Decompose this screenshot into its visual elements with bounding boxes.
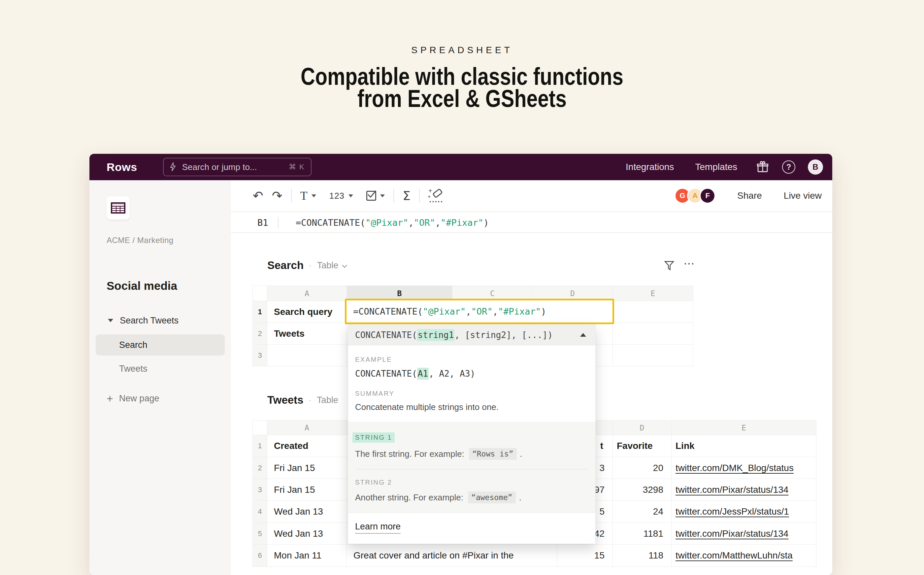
collapse-triangle-icon[interactable] xyxy=(580,333,586,337)
cell-e3[interactable] xyxy=(613,345,693,366)
nav-integrations[interactable]: Integrations xyxy=(626,162,674,172)
toolbar-right: G A F Share Live view xyxy=(675,188,832,204)
cell-link[interactable]: twitter.com/Pixar/status/134 xyxy=(672,523,816,545)
cell-created[interactable]: Fri Jan 15 xyxy=(267,479,347,501)
function-details: EXAMPLE CONCATENATE(A1, A2, A3) SUMMARY … xyxy=(348,345,595,422)
new-page-label: New page xyxy=(119,394,159,404)
cell-favorite[interactable]: 3298 xyxy=(613,479,672,501)
clear-formatting-button[interactable]: + + xyxy=(428,189,443,203)
function-autocomplete-popup: CONCATENATE(string1, [string2], [...]) E… xyxy=(348,324,596,544)
filter-button[interactable] xyxy=(664,260,675,271)
cell-created[interactable]: Mon Jan 11 xyxy=(267,545,347,567)
formula-text[interactable]: =CONCATENATE("@Pixar","OR","#Pixar") xyxy=(296,218,489,228)
header-nav: Integrations Templates xyxy=(626,162,737,172)
column-header-e[interactable]: E xyxy=(613,286,693,301)
column-header-a[interactable]: A xyxy=(267,286,347,301)
cell-link[interactable]: twitter.com/MatthewLuhn/sta xyxy=(672,545,816,567)
summary-text: Concatenate multiple strings into one. xyxy=(355,402,588,412)
cell-favorite[interactable]: 20 xyxy=(613,457,672,479)
function-signature-row[interactable]: CONCATENATE(string1, [string2], [...]) xyxy=(348,325,595,345)
cell-text[interactable]: Great cover and article on #Pixar in the xyxy=(347,545,557,567)
cell-favorite[interactable]: 118 xyxy=(613,545,672,567)
view-type-selector[interactable]: Table xyxy=(317,260,339,271)
hero-title-line1: Compatible with classic functions xyxy=(83,65,841,87)
cell-favorite[interactable]: 1181 xyxy=(613,523,672,545)
sidebar-group-search-tweets[interactable]: Search Tweets xyxy=(89,314,231,327)
gift-icon[interactable] xyxy=(756,160,770,174)
search-input[interactable]: Search or jump to... ⌘ K xyxy=(163,158,312,176)
row-header[interactable]: 1 xyxy=(253,301,267,323)
cell-e1[interactable] xyxy=(613,301,693,323)
row-header[interactable]: 1 xyxy=(253,435,267,457)
summary-label: SUMMARY xyxy=(355,390,588,397)
toolbar-divider xyxy=(393,189,394,203)
header-cell-created[interactable]: Created xyxy=(267,435,347,457)
cell-favorite[interactable]: 24 xyxy=(613,501,672,523)
sidebar-item-search[interactable]: Search xyxy=(96,334,225,356)
column-header-a[interactable]: A xyxy=(267,421,347,435)
rows-logo[interactable]: Rows xyxy=(106,161,137,174)
functions-button[interactable]: Σ xyxy=(403,189,410,203)
column-header-e[interactable]: E xyxy=(672,421,816,435)
workspace-icon-card[interactable] xyxy=(106,196,130,219)
cell-a3[interactable] xyxy=(267,345,347,366)
header-cell-link[interactable]: Link xyxy=(672,435,816,457)
cell-formula-text: =CONCATENATE("@Pixar","OR","#Pixar") xyxy=(353,306,546,316)
table-title: Tweets xyxy=(267,394,303,406)
view-type-selector[interactable]: Table xyxy=(317,395,338,405)
cell-created[interactable]: Wed Jan 13 xyxy=(267,523,347,545)
example-highlight: A1 xyxy=(417,368,429,380)
chevron-down-icon xyxy=(349,194,353,197)
cell-link[interactable]: twitter.com/DMK_Blog/status xyxy=(672,457,816,479)
cell-a2[interactable]: Tweets xyxy=(267,323,347,345)
collaborator-avatars: G A F xyxy=(675,188,715,204)
number-format-button[interactable]: 123 xyxy=(329,191,353,201)
cell-reference[interactable]: B1 xyxy=(257,218,278,228)
dot-separator: · xyxy=(309,395,312,405)
row-header[interactable]: 3 xyxy=(253,479,267,501)
editing-cell-b1[interactable]: =CONCATENATE("@Pixar","OR","#Pixar") xyxy=(345,299,614,324)
corner-cell[interactable] xyxy=(253,286,267,301)
page: SPREADSHEET Compatible with classic func… xyxy=(0,0,924,575)
row-header[interactable]: 2 xyxy=(253,323,267,345)
row-header[interactable]: 6 xyxy=(253,545,267,567)
cell-created[interactable]: Fri Jan 15 xyxy=(267,457,347,479)
cell-created[interactable]: Wed Jan 13 xyxy=(267,501,347,523)
table-menu-button[interactable]: ⋯ xyxy=(683,257,695,270)
cell-link[interactable]: twitter.com/Pixar/status/134 xyxy=(672,479,816,501)
row-header[interactable]: 2 xyxy=(253,457,267,479)
param1-label: STRING 1 xyxy=(352,432,395,443)
lightning-icon xyxy=(170,162,176,172)
help-icon[interactable]: ? xyxy=(782,160,795,174)
avatar[interactable]: F xyxy=(700,188,715,204)
cell-a1[interactable]: Search query xyxy=(267,301,347,323)
account-avatar[interactable]: B xyxy=(808,159,823,175)
row-header[interactable]: 5 xyxy=(253,523,267,545)
cell-retweet[interactable]: 15 xyxy=(557,545,613,567)
search-placeholder: Search or jump to... xyxy=(182,162,257,172)
cell-link[interactable]: twitter.com/JessPxl/status/1 xyxy=(672,501,816,523)
corner-cell[interactable] xyxy=(253,421,267,435)
parameter-docs: STRING 1 The first string. For example:“… xyxy=(348,422,595,513)
header-cell-favorite[interactable]: Favorite xyxy=(613,435,672,457)
learn-more-link[interactable]: Learn more xyxy=(355,521,401,534)
checkbox-menu-button[interactable] xyxy=(366,191,385,201)
formula-bar[interactable]: B1 =CONCATENATE("@Pixar","OR","#Pixar") xyxy=(231,213,832,233)
redo-button[interactable]: ↷ xyxy=(272,189,282,202)
share-button[interactable]: Share xyxy=(737,191,762,201)
hero-title: Compatible with classic functions from E… xyxy=(83,65,841,110)
column-header-d[interactable]: D xyxy=(613,421,672,435)
cell-e2[interactable] xyxy=(613,323,693,345)
breadcrumb[interactable]: ACME / Marketing xyxy=(106,236,174,245)
eraser-icon xyxy=(432,188,443,199)
active-parameter-highlight: string1 xyxy=(417,329,455,341)
nav-templates[interactable]: Templates xyxy=(695,162,737,172)
undo-button[interactable]: ↶ xyxy=(253,189,263,202)
row-header[interactable]: 4 xyxy=(253,501,267,523)
live-view-button[interactable]: Live view xyxy=(784,191,822,201)
text-format-button[interactable]: T xyxy=(300,189,316,203)
param1-example-chip: “Rows is” xyxy=(469,448,517,460)
new-page-button[interactable]: + New page xyxy=(89,391,231,406)
row-header[interactable]: 3 xyxy=(253,345,267,366)
sidebar-item-tweets[interactable]: Tweets xyxy=(89,361,231,376)
